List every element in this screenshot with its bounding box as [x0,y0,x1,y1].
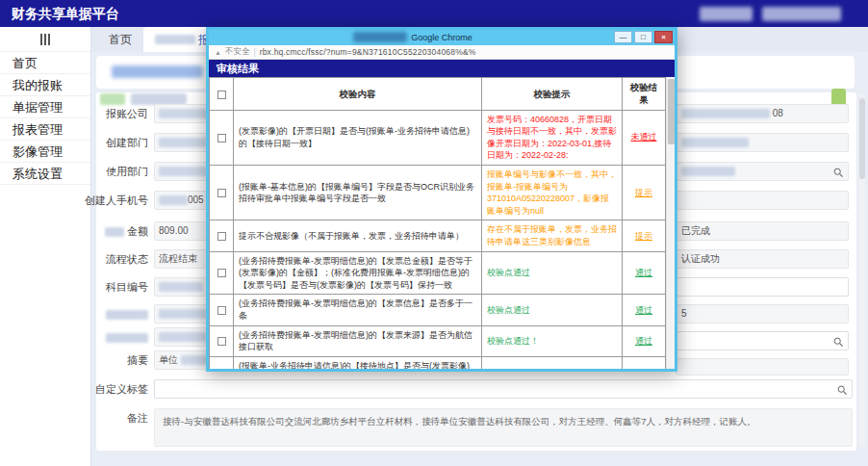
amount-label: 金额 [127,225,148,237]
table-row: (业务招待费报账单-发票明细信息)的【发票来源】是否为航信接口获取 校验点通过！… [210,325,666,356]
row-checkbox[interactable] [217,269,226,277]
field-label-custom-tag: 自定义标签 [56,379,148,399]
sidebar-item-my-reimbursement[interactable]: 我的报账 [0,74,90,96]
redacted-value [159,332,207,342]
check-prompt: 校验点通过 [482,295,623,325]
check-result[interactable]: 提示 [635,188,652,197]
url-text: rbx.hq.cmcc/fssc/?num=9&N371610C55220304… [260,47,476,57]
tab-home[interactable]: 首页 [97,27,143,52]
right-field-auth[interactable]: 认证成功 [676,249,849,269]
url-bar[interactable]: ▲ 不安全 | rbx.hq.cmcc/fssc/?num=9&N371610C… [209,45,675,60]
redacted-value [159,282,203,292]
completed-value: 已完成 [681,225,710,236]
right-field-3[interactable] [676,162,849,181]
redacted-label [105,227,124,237]
right-field-2[interactable] [676,133,849,152]
table-row: (报账单-业务招待申请信息)的【接待地点】是否与(发票影像)的【销售方地址电话】… [210,356,666,369]
right-field-10[interactable] [676,358,849,375]
redacted-titlebar-text [353,32,407,42]
window-titlebar[interactable]: Google Chrome — □ × [209,30,675,45]
column-header-prompt: 校验提示 [482,78,623,111]
check-prompt: 校验点通过！ [482,356,623,369]
field-label-using-dept: 使用部门 [56,162,148,181]
redacted-label [106,310,148,320]
table-row: (报账单-基本信息)的【报账单编号】字段是否与OCR识别业务招待审批单中报账单编… [210,165,666,220]
table-row: (发票影像)的【开票日期】是否与(报账单-业务招待申请信息)的【接待日期一致】 … [210,110,666,165]
check-prompt: 存在不属于报账单，发票，业务招待申请单这三类别影像信息 [482,220,623,251]
check-result[interactable]: 提示 [635,231,652,241]
redacted-value [681,167,735,176]
row-checkbox[interactable] [217,189,226,197]
right-field-count[interactable]: 5 [676,304,849,324]
menu-toggle-icon[interactable] [0,27,90,52]
check-content: (报账单-基本信息)的【报账单编号】字段是否与OCR识别业务招待审批单中报账单编… [234,165,482,220]
page-scrollbar-thumb[interactable] [859,98,865,179]
redacted-value [681,138,749,147]
check-prompt: 校验点通过 [482,251,623,295]
table-row: 提示不合规影像（不属于报账单，发票，业务招待申请单） 存在不属于报账单，发票，业… [210,220,666,251]
field-label-process-status: 流程状态 [56,249,148,269]
chrome-popup-window: Google Chrome — □ × ▲ 不安全 | rbx.hq.cmcc/… [206,27,677,372]
custom-tag-input[interactable] [154,379,853,399]
check-content: (发票影像)的【开票日期】是否与(报账单-业务招待申请信息)的【接待日期一致】 [234,110,482,165]
table-row: (业务招待费报账单-发票明细信息)的【发票总金额】是否等于(发票影像)的【金额】… [210,251,666,295]
row-checkbox[interactable] [217,134,226,142]
check-content: 提示不合规影像（不属于报账单，发票，业务招待申请单） [234,220,482,251]
modal-title: 审核结果 [209,60,675,77]
check-result[interactable]: 通过 [635,305,652,315]
sidebar: 首页 我的报账 单据管理 报表管理 影像管理 系统设置 [0,27,91,466]
table-header-row: 校验内容 校验提示 校验结果 [210,78,666,111]
redacted-tab-text [155,35,195,44]
redacted-value [159,195,188,205]
check-prompt: 发票号码：40660828，开票日期与接待日期不一致，其中，发票影像开票日期为：… [482,110,623,165]
right-field-completed[interactable]: 已完成 [676,221,849,241]
redacted-user-name [762,7,841,21]
redacted-value [681,109,770,118]
search-icon[interactable] [833,336,844,347]
check-content: (报账单-业务招待申请信息)的【接待地点】是否与(发票影像)的【销售方地址电话】… [234,356,482,369]
right-field-4[interactable] [676,191,849,210]
search-icon[interactable] [833,167,844,177]
modal-scrollbar-thumb[interactable] [668,79,675,144]
modal-scrollbar-track [666,77,675,369]
summary-value: 单位 [159,354,178,365]
field-label-company: 报账公司 [56,104,148,123]
window-title: Google Chrome [209,30,675,45]
row-checkbox[interactable] [217,306,226,315]
row-checkbox[interactable] [217,337,226,346]
redacted-field-label [56,327,148,347]
redacted-value [159,138,207,147]
redacted-user-info [700,7,753,21]
redacted-label [106,333,148,343]
window-controls: — □ × [614,31,673,43]
audit-table: 校验内容 校验提示 校验结果 (发票影像)的【开票日期】是否与(报账单-业务招待… [209,77,666,369]
right-field-1-value: 08 [773,108,783,118]
right-field-1[interactable]: 08 [676,104,849,123]
check-result[interactable]: 通过 [635,268,652,277]
check-prompt: 校验点通过！ [482,325,623,356]
security-warning-icon: ▲ [215,49,221,56]
app-root: 财务共享单据平台 首页 我的报账 单据管理 报表管理 影像管理 系统设置 首页 … [0,0,868,466]
creator-phone-value: 005 [188,194,204,205]
search-icon[interactable] [837,384,848,395]
right-field-7[interactable] [676,277,849,297]
select-all-checkbox[interactable] [217,91,226,99]
redacted-value [159,109,212,118]
redacted-value [159,309,207,319]
maximize-button[interactable]: □ [634,31,652,43]
check-result[interactable]: 未通过 [631,132,657,142]
column-header-content: 校验内容 [234,78,482,111]
row-checkbox[interactable] [217,232,226,241]
remarks-textarea[interactable]: 接待-与安徽普达科技有限公司交流河北廊坊乡村平台立杆材料，接待单位安徽普达科技有… [154,408,853,447]
close-button[interactable]: × [654,31,673,43]
check-content: (业务招待费报账单-发票明细信息)的【发票来源】是否为航信接口获取 [234,325,482,356]
check-prompt: 报账单编号与影像不一致，其中，报账单-报账单编号为371010A05220228… [482,165,623,220]
minimize-button[interactable]: — [614,31,632,43]
app-title: 财务共享单据平台 [0,0,119,27]
field-label-creator-phone: 创建人手机号 [56,191,148,210]
right-field-9[interactable] [676,331,849,350]
sidebar-item-home[interactable]: 首页 [0,52,90,74]
amount-value: 809.00 [159,225,189,236]
app-header: 财务共享单据平台 [0,0,868,27]
check-result[interactable]: 通过 [635,336,652,346]
